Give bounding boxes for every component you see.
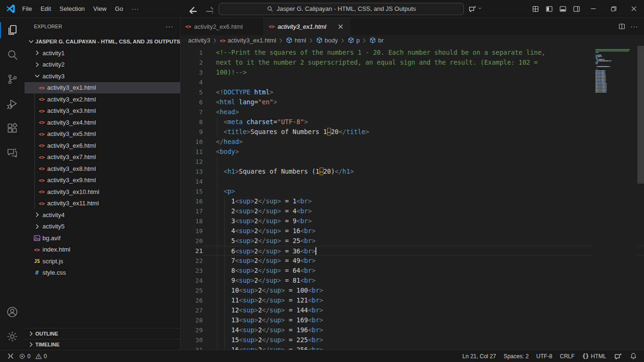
section-outline[interactable]: OUTLINE — [25, 328, 180, 339]
sidebar-item-activity3-ex4-html[interactable]: <>activity3_ex4.html — [25, 117, 180, 128]
editor-more-actions-button[interactable]: ··· — [630, 23, 638, 30]
breadcrumb-item-p[interactable]: p — [347, 37, 360, 44]
status-remote-indicator[interactable] — [5, 351, 17, 362]
menu-go[interactable]: Go — [111, 2, 127, 16]
sidebar-item-activity3-ex6-html[interactable]: <>activity3_ex6.html — [25, 140, 180, 152]
status-eol[interactable]: CRLF — [558, 351, 577, 362]
sidebar-item-activity3-ex9-html[interactable]: <>activity3_ex9.html — [25, 175, 180, 186]
activitybar-explorer[interactable] — [0, 18, 25, 42]
code-line-content[interactable]: 13<sup>2</sup> = 169<br> — [203, 315, 644, 325]
minimap[interactable] — [592, 46, 637, 350]
code-line-content[interactable]: <body> — [203, 147, 644, 157]
sidebar-item-activity3-ex3-html[interactable]: <>activity3_ex3.html — [25, 105, 180, 117]
sidebar-item-activity3-ex10-html[interactable]: <>activity3_ex10.html — [25, 186, 180, 198]
sidebar-item-activity3[interactable]: activity3 — [25, 70, 180, 82]
minimize-button[interactable] — [583, 0, 603, 17]
go-back-button[interactable] — [186, 3, 198, 15]
activitybar-source-control[interactable] — [0, 67, 25, 92]
activitybar-run-debug[interactable] — [0, 92, 25, 116]
breadcrumb-item-activity3[interactable]: activity3 — [188, 37, 210, 44]
activitybar-chat[interactable] — [0, 141, 25, 165]
toggle-panel-button[interactable] — [556, 2, 570, 16]
status-cursor-position[interactable]: Ln 21, Col 27 — [460, 351, 498, 362]
code-line-content[interactable]: 15<sup>2</sup> = 225<br> — [203, 335, 644, 345]
code-line-content[interactable] — [203, 177, 644, 186]
code-line-content[interactable]: 100)!--> — [203, 67, 644, 77]
code-line-content[interactable]: 5<sup>2</sup> = 25<br> — [203, 236, 644, 246]
code-line-content[interactable]: 8<sup>2</sup> = 64<br> — [203, 266, 644, 276]
code-line-content[interactable]: 6<sup>2</sup> = 36<br> — [203, 246, 644, 256]
status-warnings[interactable]: 0 — [33, 351, 50, 362]
status-copilot-status[interactable] — [611, 351, 625, 362]
menu-file[interactable]: File — [18, 2, 36, 16]
code-line-content[interactable]: <h1>Squares of Numbers (1–20)</h1> — [203, 167, 644, 177]
code-line-content[interactable]: 3<sup>2</sup> = 9<br> — [203, 216, 644, 226]
code-line-content[interactable] — [203, 77, 644, 87]
customize-layout-button[interactable] — [528, 2, 542, 16]
menu-selection[interactable]: Selection — [55, 2, 89, 16]
breadcrumb-item-activity3-ex1-html[interactable]: <>activity3_ex1.html — [220, 37, 276, 44]
code-line-content[interactable]: 11<sup>2</sup> = 121<br> — [203, 295, 644, 305]
sidebar-item-activity2[interactable]: activity2 — [25, 59, 180, 71]
status-errors[interactable]: 0 — [17, 351, 33, 362]
activitybar-extensions[interactable] — [0, 116, 25, 141]
status-indentation[interactable]: Spaces: 2 — [501, 351, 531, 362]
code-line-content[interactable]: 10<sup>2</sup> = 100<br> — [203, 286, 644, 295]
sidebar-item-activity3-ex1-html[interactable]: <>activity3_ex1.html — [25, 82, 180, 94]
toggle-secondary-sidebar-button[interactable] — [570, 2, 583, 16]
sidebar-item-activity1[interactable]: activity1 — [25, 47, 180, 59]
sidebar-item-activity3-ex5-html[interactable]: <>activity3_ex5.html — [25, 128, 180, 140]
code-line-content[interactable]: <!--Print the squares of the numbers 1 -… — [203, 48, 644, 58]
activitybar-settings[interactable] — [0, 324, 25, 349]
sidebar-item-activity5[interactable]: activity5 — [25, 221, 180, 233]
code-line-content[interactable]: <head> — [203, 107, 644, 117]
code-line-content[interactable]: <!DOCTYPE html> — [203, 87, 644, 97]
go-forward-button[interactable] — [202, 3, 215, 15]
code-line-content[interactable]: </head> — [203, 137, 644, 147]
code-line-content[interactable]: 16<sup>2</sup> = 256<br> — [203, 345, 644, 350]
code-line-content[interactable]: <meta charset="UTF-8"> — [203, 117, 644, 127]
sidebar-item-activity3-ex8-html[interactable]: <>activity3_ex8.html — [25, 163, 180, 175]
menu-edit[interactable]: Edit — [36, 2, 55, 16]
explorer-root-folder[interactable]: JASPER G. CALIPAYAN - HTML, CSS, AND JS … — [25, 36, 180, 47]
activitybar-account[interactable] — [0, 300, 25, 324]
status-language-mode[interactable]: {}HTML — [580, 351, 609, 362]
code-line-content[interactable]: 12<sup>2</sup> = 144<br> — [203, 305, 644, 315]
code-line-content[interactable]: 1<sup>2</sup> = 1<br> — [203, 196, 644, 206]
sidebar-item-activity3-ex7-html[interactable]: <>activity3_ex7.html — [25, 152, 180, 163]
status-encoding[interactable]: UTF-8 — [534, 351, 555, 362]
code-line-content[interactable]: <title>Squares of Numbers 1–20</title> — [203, 127, 644, 137]
code-line-content[interactable]: 7<sup>2</sup> = 49<br> — [203, 256, 644, 266]
section-timeline[interactable]: TIMELINE — [25, 339, 180, 350]
code-line-content[interactable]: <p> — [203, 186, 644, 196]
tab-activity2-ex6-html[interactable]: <>activity2_ex6.html — [181, 18, 264, 35]
copilot-menu-button[interactable] — [468, 5, 483, 13]
split-editor-button[interactable] — [618, 23, 626, 30]
status-notifications[interactable] — [627, 351, 639, 362]
editor-scrollbar[interactable] — [637, 46, 644, 184]
sidebar-item-bg-avif[interactable]: bg.avif — [25, 232, 180, 244]
code-line-content[interactable]: 14<sup>2</sup> = 196<br> — [203, 325, 644, 335]
code-line-content[interactable]: next to it the number 2 superscripted, a… — [203, 58, 644, 67]
sidebar-item-activity3-ex11-html[interactable]: <>activity3_ex11.html — [25, 198, 180, 210]
menu-view[interactable]: View — [89, 2, 111, 16]
code-line-content[interactable] — [203, 157, 644, 167]
explorer-more-actions-button[interactable]: ··· — [165, 23, 173, 30]
restore-button[interactable] — [603, 0, 624, 17]
command-center[interactable]: Jasper G. Calipayan - HTML, CSS, and JS … — [219, 3, 464, 15]
code-line-content[interactable]: 4<sup>2</sup> = 16<br> — [203, 226, 644, 236]
menu-more[interactable]: ··· — [127, 2, 143, 16]
toggle-primary-sidebar-button[interactable] — [542, 2, 556, 16]
activitybar-search[interactable] — [0, 42, 25, 67]
breadcrumb-item-html[interactable]: html — [286, 37, 306, 44]
sidebar-item-activity3-ex2-html[interactable]: <>activity3_ex2.html — [25, 93, 180, 105]
sidebar-item-script-js[interactable]: JSscript.js — [25, 255, 180, 267]
code-line-content[interactable]: <html lang="en"> — [203, 97, 644, 107]
tab-activity3-ex1-html[interactable]: <>activity3_ex1.html — [264, 18, 350, 35]
code-line-content[interactable]: 2<sup>2</sup> = 4<br> — [203, 206, 644, 216]
close-window-button[interactable] — [624, 0, 644, 17]
sidebar-item-activity4[interactable]: activity4 — [25, 209, 180, 221]
sidebar-item-index-html[interactable]: <>index.html — [25, 244, 180, 256]
close-tab-button[interactable] — [336, 22, 345, 31]
sidebar-item-style-css[interactable]: #style.css — [25, 267, 180, 279]
